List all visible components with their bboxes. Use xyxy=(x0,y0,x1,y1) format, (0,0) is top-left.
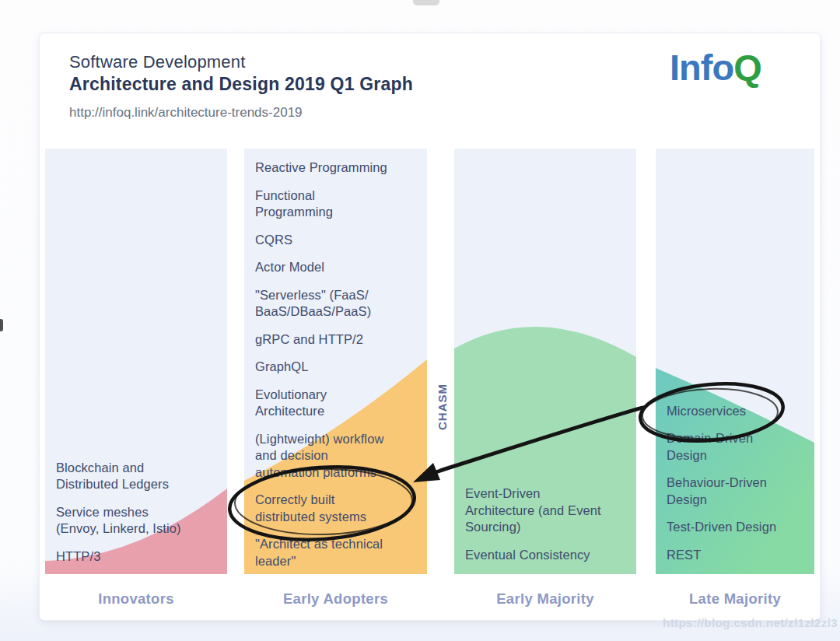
stage-label-early-majority: Early Majority xyxy=(454,590,636,609)
tech-item-behaviour-driven-design: Behaviour-Driven Design xyxy=(667,475,805,508)
infoq-logo: InfoQ xyxy=(670,46,761,89)
stage-label-late-majority: Late Majority xyxy=(656,590,814,609)
stage-column-late-majority: Microservices Domain-Driven Design Behav… xyxy=(656,149,814,574)
tech-item-grpc-http2: gRPC and HTTP/2 xyxy=(255,331,418,349)
tech-item-cqrs: CQRS xyxy=(255,232,418,249)
tech-item-rest: REST xyxy=(667,547,805,564)
page-title: Architecture and Design 2019 Q1 Graph xyxy=(69,74,413,95)
tech-item-graphql: GraphQL xyxy=(255,359,418,376)
stage-column-early-majority: Event-Driven Architecture (and Event Sou… xyxy=(454,149,636,574)
tech-item-actor-model: Actor Model xyxy=(255,259,418,276)
stage-label-early-adopters: Early Adopters xyxy=(244,590,427,609)
tech-item-http3: HTTP/3 xyxy=(56,548,218,566)
tech-item-correctly-built-distributed-systems: Correctly built distributed systems xyxy=(255,492,418,525)
stage-label-innovators: Innovators xyxy=(45,590,227,609)
chasm-label: CHASM xyxy=(430,364,453,450)
tech-item-eventual-consistency: Eventual Consistency xyxy=(465,547,627,564)
csdn-watermark: https://blog.csdn.net/zl1zl2zl3 xyxy=(663,616,838,630)
infoq-logo-q-text: Q xyxy=(733,47,761,88)
tech-item-service-meshes: Service meshes (Envoy, Linkerd, Istio) xyxy=(56,504,218,538)
tech-item-test-driven-design: Test-Driven Design xyxy=(667,519,805,536)
infographic-card: Software Development Architecture and De… xyxy=(39,33,821,621)
top-notch-artifact xyxy=(413,0,439,5)
tech-item-architect-as-technical-leader: "Architect as technical leader" xyxy=(255,536,418,569)
tech-item-microservices: Microservices xyxy=(667,403,805,420)
tech-item-functional-programming: Functional Programming xyxy=(255,187,418,221)
stage-column-innovators: Blockchain and Distributed Ledgers Servi… xyxy=(45,149,227,574)
infoq-logo-info-text: Info xyxy=(670,47,733,88)
tech-item-reactive-programming: Reactive Programming xyxy=(255,159,418,177)
tech-item-serverless: "Serverless" (FaaS/ BaaS/DBaaS/PaaS) xyxy=(255,287,418,320)
infoq-link-url: http://infoq.link/architecture-trends-20… xyxy=(69,105,303,121)
left-edge-artifact xyxy=(0,319,3,331)
tech-item-domain-driven-design: Domain-Driven Design xyxy=(667,430,805,464)
tech-item-lightweight-workflow: (Lightweight) workflow and decision auto… xyxy=(255,431,418,482)
tech-item-event-driven-architecture: Event-Driven Architecture (and Event Sou… xyxy=(465,485,627,536)
tech-item-evolutionary-architecture: Evolutionary Architecture xyxy=(255,387,418,420)
title-line-1: Software Development xyxy=(69,52,246,72)
tech-item-blockchain: Blockchain and Distributed Ledgers xyxy=(56,460,218,493)
stage-column-early-adopters: Reactive Programming Functional Programm… xyxy=(244,149,427,574)
